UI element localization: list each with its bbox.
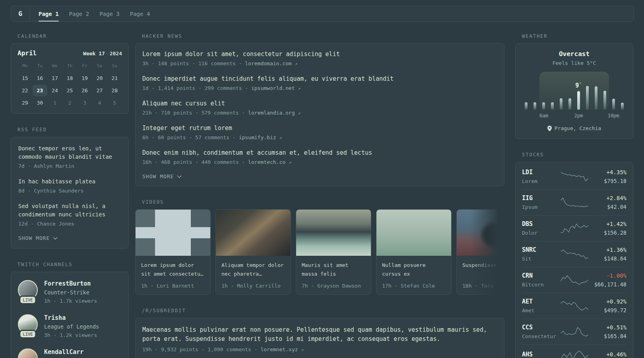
tab-page-1[interactable]: Page 1 [35,6,63,21]
stock-sparkline [561,171,588,182]
stock-sparkline [561,350,588,358]
stock-row[interactable]: LDILorem +4.35%$795.18 [522,164,627,189]
external-link-icon: ↗ [295,61,298,66]
video-thumbnail[interactable] [457,210,504,256]
weather-bar [612,99,615,110]
weather-location: Prague, Czechia [522,125,627,131]
reddit-card: Maecenas mollis pulvinar erat non posuer… [135,318,504,358]
weather-condition: Overcast [522,50,627,58]
video-card[interactable]: Suspendisse diam 18h · Tara [456,209,504,295]
hn-item-title[interactable]: Donec imperdiet augue tincidunt felis al… [142,75,497,83]
stock-price: $499.72 [588,307,627,314]
stock-price: $148.64 [588,255,627,262]
hn-item-title[interactable]: Aliquam nec cursus elit [142,99,497,107]
twitch-channel[interactable]: LIVE KendallCarr [18,348,122,358]
domain-link[interactable]: ipsumworld.net [251,85,295,91]
video-title[interactable]: Aliquam tempor dolor nec pharetra… [221,261,285,278]
domain-link[interactable]: loremdomain.com [245,60,291,66]
weather-card: Overcast Feels like 5°C 9° 6am2pm10pm Pr… [515,43,633,139]
location-text: Prague, Czechia [555,125,601,131]
hn-show-more-button[interactable]: SHOW MORE [142,173,497,179]
rss-item-title[interactable]: Donec tempor eros leo, ut commodo mauris… [18,144,121,161]
stock-change: +0.46% [588,351,627,358]
external-link-icon: ↗ [301,347,304,352]
domain-link[interactable]: loremlandia.org [248,110,295,116]
hn-item-meta: 1d · 1,414 points · 299 comments · ipsum… [142,85,497,92]
video-thumbnail[interactable] [136,210,210,256]
stock-row[interactable]: DBSDolor +1.42%$156.28 [522,215,627,241]
weather-bar [560,98,563,110]
rss-item: Sed volutpat nulla nisl, a condimentum n… [18,202,121,228]
twitch-channel[interactable]: LIVE Trisha League of Legends 3h · 1.2k … [18,314,122,339]
tab-page-2[interactable]: Page 2 [65,6,93,21]
stock-name: Dolor [522,230,560,236]
video-card[interactable]: Lorem ipsum dolor sit amet consectetu… 1… [135,209,211,295]
channel-name[interactable]: ForrestBurton [44,280,97,288]
channel-name[interactable]: KendallCarr [44,348,83,356]
calendar-day: 2 [62,97,78,109]
videos-row: Lorem ipsum dolor sit amet consectetu… 1… [135,209,504,295]
rss-item-title[interactable]: Sed volutpat nulla nisl, a condimentum n… [18,202,121,219]
rss-label: RSS FEED [17,127,129,132]
calendar-days: 1516171819202122232425262728293012345 [17,72,122,109]
calendar-day: 22 [17,85,33,96]
video-title[interactable]: Mauris sit amet massa felis [302,261,365,278]
video-card[interactable]: Aliquam tempor dolor nec pharetra… 1h · … [215,209,291,295]
video-thumbnail[interactable] [376,210,451,256]
stock-row[interactable]: IIGIpsum +2.84%$42.04 [522,189,627,215]
app-logo[interactable]: G [11,6,29,21]
twitch-channel[interactable]: LIVE ForrestBurton Counter-Strike 1h · 1… [18,280,122,304]
calendar-week-year: Week 17·2024 [83,51,122,56]
channel-game: Counter-Strike [44,289,97,296]
stock-row[interactable]: CCSConsectetur +0.51%$165.84 [522,319,627,344]
hn-item-title[interactable]: Donec enim nibh, condimentum et accumsan… [142,149,497,157]
rss-item-title[interactable]: In hac habitasse platea [18,177,121,186]
video-meta: 7h · Grayson Dawson [302,283,365,289]
external-link-icon: ↗ [289,160,291,165]
stock-sparkline [561,326,588,337]
stock-name: Consectetur [522,333,560,340]
stock-row[interactable]: SNRCSit +1.36%$148.64 [522,241,627,267]
hn-item-title[interactable]: Integer eget rutrum lorem [142,124,497,132]
stock-row[interactable]: AHS +0.46% [522,344,627,358]
weather-bar [551,102,554,110]
stock-change: -1.00% [588,272,627,280]
video-thumbnail[interactable] [216,210,291,256]
rss-show-more-button[interactable]: SHOW MORE [18,235,121,241]
reddit-post-title[interactable]: Maecenas mollis pulvinar erat non posuer… [142,325,497,344]
stock-change: +1.36% [588,246,627,254]
tab-page-3[interactable]: Page 3 [95,6,124,21]
week-year-separator: · [105,51,110,56]
video-card[interactable]: Mauris sit amet massa felis 7h · Grayson… [296,209,371,295]
video-card[interactable]: Nullam posuere cursus ex 17h · Stefan Co… [376,209,452,295]
videos-label: VIDEOS [142,199,504,205]
weekday-row: Mo Tu We Th Fr Sa Su [17,63,122,68]
channel-name[interactable]: Trisha [44,314,99,322]
weekday-label: Su [107,63,122,68]
video-title[interactable]: Nullam posuere cursus ex [382,261,446,278]
video-thumbnail[interactable] [296,210,371,256]
stock-ticker: AET [522,298,560,305]
weather-x-label: 10pm [608,113,619,119]
stock-price: $165.84 [588,333,627,340]
video-title[interactable]: Suspendisse diam [462,261,504,278]
video-title[interactable]: Lorem ipsum dolor sit amet consectetu… [141,261,205,278]
stock-ticker: CCS [522,324,560,331]
weather-label: WEATHER [522,33,633,39]
weekday-label: Tu [33,63,48,68]
hn-item-title[interactable]: Lorem ipsum dolor sit amet, consectetur … [142,50,497,58]
weather-bar [568,98,571,110]
domain-link[interactable]: loremtech.co [248,159,285,165]
weather-bar [542,102,545,110]
external-link-icon: ↗ [279,135,282,140]
domain-link[interactable]: ipsumify.biz [239,134,276,140]
tab-page-4[interactable]: Page 4 [126,6,154,21]
stock-sparkline [561,249,588,260]
hn-item-meta: 6h · 60 points · 57 comments · ipsumify.… [142,134,497,141]
calendar-day: 23 [33,85,48,96]
stock-row[interactable]: AETAmet +0.92%$499.72 [522,293,627,319]
stock-row[interactable]: CRNBitcorn -1.00%$66,171.48 [522,267,627,293]
domain-link[interactable]: loremnet.xyz [260,346,298,352]
twitch-card: LIVE ForrestBurton Counter-Strike 1h · 1… [11,272,129,358]
stock-ticker: SNRC [522,246,560,254]
